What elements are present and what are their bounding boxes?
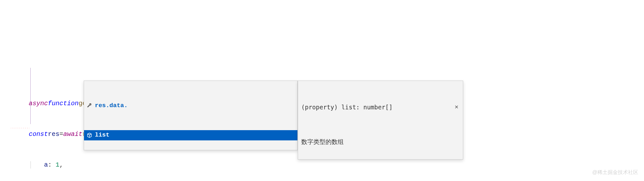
wrench-icon (87, 103, 92, 108)
error-underline (10, 128, 29, 129)
code-line[interactable]: │ a: 1, (29, 160, 644, 170)
doc-header: (property) list: number[] ✕ (301, 102, 460, 112)
keyword-const: const (29, 129, 48, 139)
autocomplete-filter-row[interactable]: res.data. (84, 100, 297, 111)
keyword-function: function (48, 98, 79, 109)
identifier: res (48, 129, 59, 139)
prop-key: a (44, 160, 48, 170)
keyword-await: await (63, 129, 82, 139)
autocomplete-item-label: list (95, 130, 110, 140)
keyword-async: async (29, 98, 48, 109)
autocomplete-filter-text: res.data. (95, 101, 128, 110)
autocomplete-item-selected[interactable]: list (84, 130, 297, 140)
doc-description: 数字类型的数组 (301, 137, 460, 147)
close-icon[interactable]: ✕ (454, 102, 460, 112)
number-literal: 1 (56, 160, 59, 170)
field-icon (87, 132, 92, 138)
autocomplete-popup[interactable]: res.data. list (84, 81, 298, 150)
doc-signature: (property) list: number[] (301, 102, 393, 112)
watermark: @稀土掘金技术社区 (592, 168, 638, 177)
documentation-popup[interactable]: (property) list: number[] ✕ 数字类型的数组 (298, 81, 463, 160)
op-eq: = (59, 129, 63, 139)
